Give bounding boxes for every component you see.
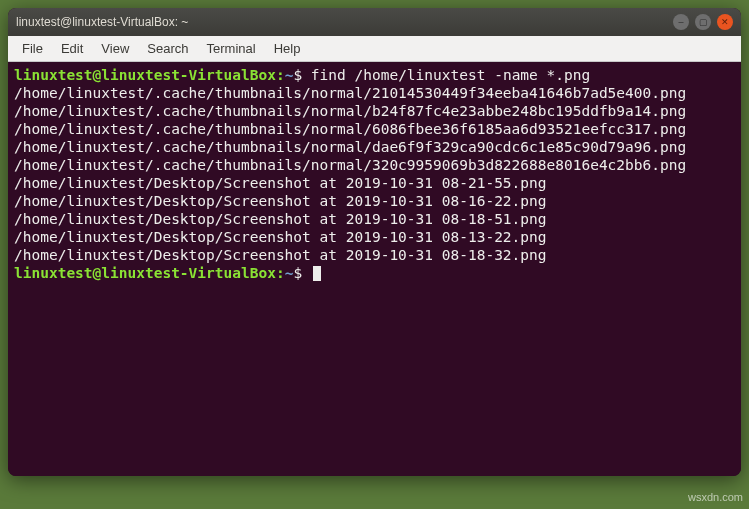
command-text: find /home/linuxtest -name *.png (311, 67, 590, 83)
prompt-suffix: $ (293, 67, 302, 83)
output-line: /home/linuxtest/.cache/thumbnails/normal… (14, 102, 735, 120)
window-controls: – ▢ ✕ (673, 14, 733, 30)
output-line: /home/linuxtest/Desktop/Screenshot at 20… (14, 210, 735, 228)
output-line: /home/linuxtest/Desktop/Screenshot at 20… (14, 192, 735, 210)
output-line: /home/linuxtest/Desktop/Screenshot at 20… (14, 228, 735, 246)
menu-file[interactable]: File (14, 38, 51, 59)
command-line: linuxtest@linuxtest-VirtualBox:~$ find /… (14, 66, 735, 84)
close-icon: ✕ (721, 17, 729, 27)
menubar: File Edit View Search Terminal Help (8, 36, 741, 62)
prompt-user-host: linuxtest@linuxtest-VirtualBox (14, 67, 276, 83)
prompt-suffix: $ (293, 265, 302, 281)
maximize-icon: ▢ (699, 17, 708, 27)
minimize-icon: – (678, 17, 683, 27)
prompt-line: linuxtest@linuxtest-VirtualBox:~$ (14, 264, 735, 282)
output-line: /home/linuxtest/.cache/thumbnails/normal… (14, 120, 735, 138)
menu-help[interactable]: Help (266, 38, 309, 59)
prompt-user-host: linuxtest@linuxtest-VirtualBox (14, 265, 276, 281)
maximize-button[interactable]: ▢ (695, 14, 711, 30)
minimize-button[interactable]: – (673, 14, 689, 30)
close-button[interactable]: ✕ (717, 14, 733, 30)
menu-edit[interactable]: Edit (53, 38, 91, 59)
output-line: /home/linuxtest/Desktop/Screenshot at 20… (14, 246, 735, 264)
output-line: /home/linuxtest/.cache/thumbnails/normal… (14, 138, 735, 156)
menu-search[interactable]: Search (139, 38, 196, 59)
output-line: /home/linuxtest/Desktop/Screenshot at 20… (14, 174, 735, 192)
terminal-content[interactable]: linuxtest@linuxtest-VirtualBox:~$ find /… (8, 62, 741, 476)
output-line: /home/linuxtest/.cache/thumbnails/normal… (14, 156, 735, 174)
terminal-window: linuxtest@linuxtest-VirtualBox: ~ – ▢ ✕ … (8, 8, 741, 476)
titlebar[interactable]: linuxtest@linuxtest-VirtualBox: ~ – ▢ ✕ (8, 8, 741, 36)
output-line: /home/linuxtest/.cache/thumbnails/normal… (14, 84, 735, 102)
menu-terminal[interactable]: Terminal (199, 38, 264, 59)
menu-view[interactable]: View (93, 38, 137, 59)
window-title: linuxtest@linuxtest-VirtualBox: ~ (16, 15, 673, 29)
cursor-icon (313, 266, 321, 281)
watermark: wsxdn.com (688, 491, 743, 503)
